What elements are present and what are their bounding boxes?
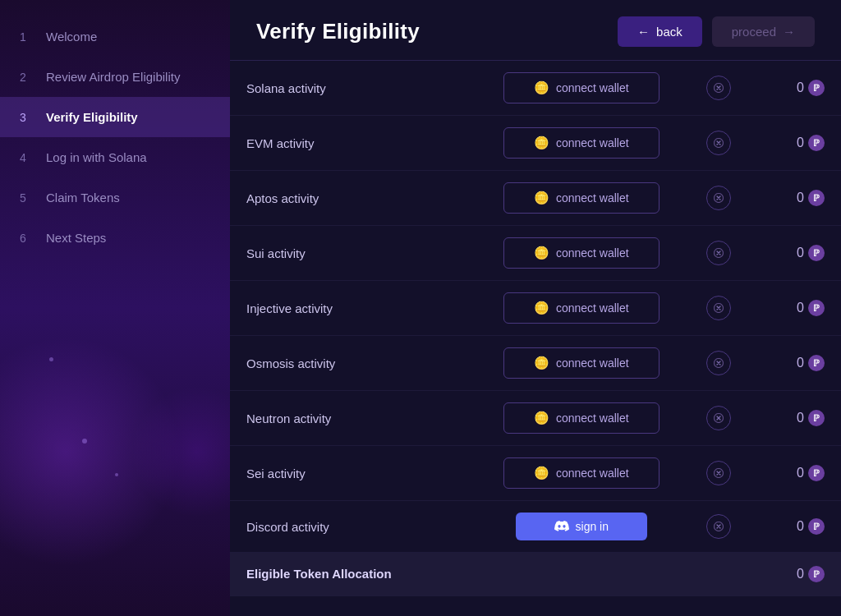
clear-button[interactable] bbox=[706, 131, 731, 155]
token-icon: ℙ bbox=[808, 300, 825, 316]
token-icon: ℙ bbox=[808, 355, 825, 371]
activity-name: Osmosis activity bbox=[230, 336, 475, 391]
x-icon bbox=[714, 193, 724, 203]
step-num-6: 6 bbox=[20, 232, 34, 245]
activity-name: EVM activity bbox=[230, 116, 475, 171]
proceed-button[interactable]: proceed → bbox=[712, 16, 815, 47]
step-num-4: 4 bbox=[20, 151, 34, 164]
connect-wallet-button[interactable]: 🪙connect wallet bbox=[503, 127, 659, 159]
clear-button[interactable] bbox=[706, 186, 731, 210]
clear-button[interactable] bbox=[706, 296, 731, 320]
table-row: Osmosis activity🪙connect wallet0 ℙ bbox=[230, 336, 841, 391]
x-icon bbox=[714, 83, 724, 93]
table-row: Injective activity🪙connect wallet0 ℙ bbox=[230, 281, 841, 336]
x-icon bbox=[714, 303, 724, 313]
clear-button[interactable] bbox=[706, 514, 731, 539]
token-icon: ℙ bbox=[808, 245, 825, 261]
table-row: Sui activity🪙connect wallet0 ℙ bbox=[230, 226, 841, 281]
connect-wallet-button[interactable]: 🪙connect wallet bbox=[503, 237, 659, 269]
connect-wallet-button[interactable]: 🪙connect wallet bbox=[503, 72, 659, 103]
token-icon: ℙ bbox=[808, 465, 825, 481]
connect-wallet-label: connect wallet bbox=[556, 81, 629, 94]
activity-name: Solana activity bbox=[230, 61, 475, 116]
clear-button[interactable] bbox=[706, 461, 731, 485]
connect-wallet-label: connect wallet bbox=[556, 411, 629, 425]
clear-button[interactable] bbox=[706, 351, 731, 375]
token-icon: ℙ bbox=[808, 410, 825, 426]
wallet-icon: 🪙 bbox=[534, 301, 549, 315]
back-label: back bbox=[656, 25, 682, 39]
connect-wallet-label: connect wallet bbox=[556, 246, 629, 260]
footer-points: 0 ℙ bbox=[797, 566, 825, 582]
footer-row: Eligible Token Allocation0 ℙ bbox=[230, 553, 841, 596]
sidebar-item-next[interactable]: 6 Next Steps bbox=[0, 218, 230, 258]
x-icon bbox=[714, 138, 724, 148]
eligibility-table-container: Solana activity🪙connect wallet0 ℙEVM act… bbox=[230, 61, 841, 616]
sidebar-label-next: Next Steps bbox=[46, 231, 106, 245]
table-row: Neutron activity🪙connect wallet0 ℙ bbox=[230, 391, 841, 446]
decor-dot-2 bbox=[115, 473, 118, 476]
connect-wallet-button[interactable]: 🪙connect wallet bbox=[503, 292, 659, 324]
connect-wallet-button[interactable]: 🪙connect wallet bbox=[503, 402, 659, 434]
wallet-icon: 🪙 bbox=[534, 246, 549, 260]
sign-in-label: sign in bbox=[576, 520, 609, 533]
sidebar-label-welcome: Welcome bbox=[46, 30, 97, 44]
step-num-5: 5 bbox=[20, 191, 34, 205]
connect-wallet-label: connect wallet bbox=[556, 467, 629, 480]
sidebar-item-review[interactable]: 2 Review Airdrop Eligibility bbox=[0, 57, 230, 97]
main-header: Verify Eligibility ← back proceed → bbox=[230, 0, 841, 61]
table-row: EVM activity🪙connect wallet0 ℙ bbox=[230, 116, 841, 171]
table-row: Solana activity🪙connect wallet0 ℙ bbox=[230, 61, 841, 116]
activity-name: Sui activity bbox=[230, 226, 475, 281]
sidebar-item-claim[interactable]: 5 Claim Tokens bbox=[0, 177, 230, 218]
discord-sign-in-button[interactable]: sign in bbox=[516, 513, 647, 540]
activity-name: Neutron activity bbox=[230, 391, 475, 446]
token-icon: ℙ bbox=[808, 518, 825, 535]
x-icon bbox=[714, 248, 724, 258]
wallet-icon: 🪙 bbox=[534, 411, 549, 425]
points-value: 0 ℙ bbox=[797, 355, 825, 371]
clear-button[interactable] bbox=[706, 241, 731, 265]
connect-wallet-label: connect wallet bbox=[556, 301, 629, 315]
step-num-1: 1 bbox=[20, 30, 34, 44]
x-icon bbox=[714, 522, 724, 531]
sidebar-label-verify: Verify Eligibility bbox=[46, 110, 138, 124]
sidebar-label-login: Log in with Solana bbox=[46, 150, 147, 164]
points-value: 0 ℙ bbox=[797, 245, 825, 261]
points-value: 0 ℙ bbox=[797, 190, 825, 206]
activity-name: Discord activity bbox=[230, 501, 475, 553]
clear-button[interactable] bbox=[706, 76, 731, 100]
wallet-icon: 🪙 bbox=[534, 80, 549, 95]
sidebar-label-claim: Claim Tokens bbox=[46, 191, 120, 205]
clear-button[interactable] bbox=[706, 406, 731, 430]
connect-wallet-button[interactable]: 🪙connect wallet bbox=[503, 182, 659, 214]
footer-label: Eligible Token Allocation bbox=[246, 567, 392, 581]
sidebar-label-review: Review Airdrop Eligibility bbox=[46, 70, 180, 84]
proceed-label: proceed bbox=[732, 25, 776, 39]
proceed-arrow-icon: → bbox=[783, 25, 795, 39]
activity-name: Injective activity bbox=[230, 281, 475, 336]
back-button[interactable]: ← back bbox=[618, 16, 702, 47]
wallet-icon: 🪙 bbox=[534, 466, 549, 480]
sidebar-item-verify[interactable]: 3 Verify Eligibility bbox=[0, 97, 230, 137]
connect-wallet-label: connect wallet bbox=[556, 356, 629, 370]
x-icon bbox=[714, 358, 724, 368]
activity-name: Sei activity bbox=[230, 446, 475, 501]
connect-wallet-button[interactable]: 🪙connect wallet bbox=[503, 347, 659, 379]
sidebar-item-welcome[interactable]: 1 Welcome bbox=[0, 16, 230, 57]
back-arrow-icon: ← bbox=[637, 25, 650, 39]
connect-wallet-button[interactable]: 🪙connect wallet bbox=[503, 457, 659, 489]
connect-wallet-label: connect wallet bbox=[556, 191, 629, 205]
table-row: Discord activitysign in0 ℙ bbox=[230, 501, 841, 553]
activity-name: Aptos activity bbox=[230, 171, 475, 226]
discord-icon bbox=[554, 521, 569, 532]
wallet-icon: 🪙 bbox=[534, 136, 549, 150]
x-icon bbox=[714, 468, 724, 478]
sidebar-item-login[interactable]: 4 Log in with Solana bbox=[0, 137, 230, 177]
connect-wallet-label: connect wallet bbox=[556, 136, 629, 149]
token-icon: ℙ bbox=[808, 135, 825, 151]
token-icon: ℙ bbox=[808, 190, 825, 206]
x-icon bbox=[714, 413, 724, 423]
points-value: 0 ℙ bbox=[797, 80, 825, 96]
header-actions: ← back proceed → bbox=[618, 16, 815, 47]
